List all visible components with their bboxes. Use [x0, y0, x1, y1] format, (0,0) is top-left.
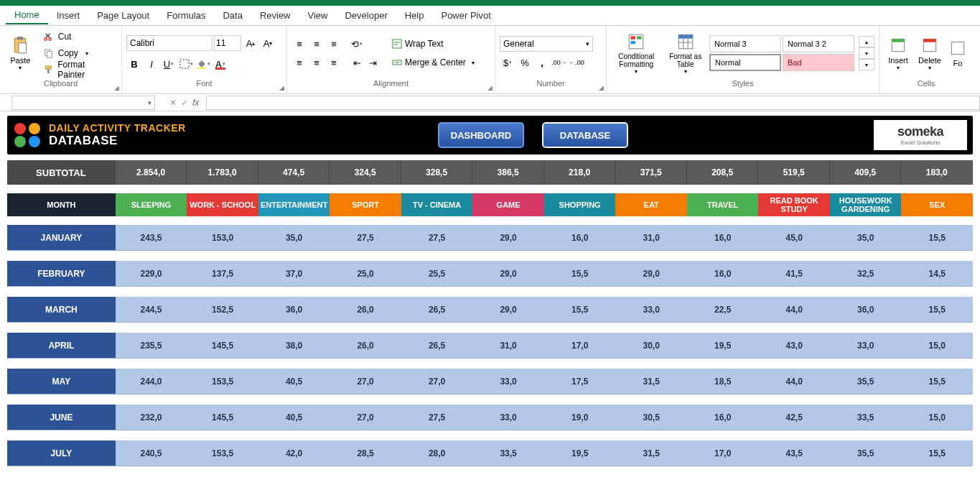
data-cell[interactable]: 33,0 — [830, 333, 902, 359]
data-cell[interactable]: 244,0 — [116, 369, 187, 394]
accounting-format-button[interactable]: $ — [500, 55, 515, 70]
data-cell[interactable]: 41,5 — [758, 261, 830, 287]
fill-color-button[interactable] — [195, 56, 211, 72]
dashboard-button[interactable]: DASHBOARD — [438, 122, 524, 148]
copy-button[interactable]: Copy▾ — [39, 46, 117, 61]
data-cell[interactable]: 33,5 — [472, 440, 544, 466]
border-button[interactable] — [178, 56, 194, 72]
data-cell[interactable]: 36,0 — [830, 297, 902, 323]
data-cell[interactable]: 29,0 — [472, 297, 544, 323]
data-cell[interactable]: 37,0 — [258, 261, 330, 287]
increase-decimal-button[interactable]: .00→ — [551, 55, 567, 70]
tab-view[interactable]: View — [299, 7, 337, 24]
delete-cells-button[interactable]: Delete▾ — [915, 29, 944, 78]
data-cell[interactable]: 19,0 — [544, 405, 616, 430]
data-cell[interactable]: 16,0 — [687, 261, 759, 287]
data-cell[interactable]: 31,5 — [615, 440, 687, 466]
data-cell[interactable]: 229,0 — [116, 261, 187, 287]
subtotal-cell[interactable]: 324,5 — [330, 160, 401, 185]
data-cell[interactable]: 27,0 — [401, 369, 473, 394]
decrease-indent-button[interactable]: ⇤ — [349, 55, 365, 70]
format-as-table-button[interactable]: Format as Table▾ — [664, 29, 706, 78]
styles-more[interactable]: ▾ — [859, 59, 874, 70]
align-bottom-button[interactable]: ≡ — [326, 36, 342, 52]
data-cell[interactable]: 15,0 — [901, 405, 973, 430]
data-cell[interactable]: 35,5 — [830, 369, 902, 394]
data-cell[interactable]: 29,0 — [615, 261, 687, 287]
data-cell[interactable]: 35,0 — [830, 225, 902, 251]
tab-data[interactable]: Data — [214, 7, 251, 24]
data-cell[interactable]: 28,5 — [330, 440, 401, 466]
tab-formulas[interactable]: Formulas — [158, 7, 214, 24]
data-cell[interactable]: 45,0 — [758, 225, 830, 251]
data-cell[interactable]: 35,5 — [830, 440, 902, 466]
increase-indent-button[interactable]: ⇥ — [365, 55, 381, 70]
data-cell[interactable]: 235,5 — [116, 333, 187, 359]
data-cell[interactable]: 15,5 — [544, 261, 616, 287]
formula-input[interactable] — [206, 96, 980, 110]
data-cell[interactable]: 42,0 — [258, 440, 330, 466]
paste-button[interactable]: Paste▾ — [4, 29, 37, 78]
align-right-button[interactable]: ≡ — [326, 55, 342, 70]
data-cell[interactable]: 27,5 — [401, 225, 473, 251]
decrease-font-button[interactable]: A▾ — [260, 35, 276, 51]
data-cell[interactable]: 14,5 — [901, 261, 973, 287]
align-top-button[interactable]: ≡ — [291, 36, 307, 52]
data-cell[interactable]: 17,0 — [544, 333, 616, 359]
data-cell[interactable]: 15,5 — [901, 297, 973, 323]
italic-button[interactable]: I — [144, 56, 159, 72]
style-normal[interactable]: Normal — [709, 54, 781, 71]
data-cell[interactable]: 232,0 — [116, 405, 187, 430]
percent-button[interactable]: % — [517, 55, 533, 70]
align-left-button[interactable]: ≡ — [291, 55, 307, 70]
clipboard-dialog-launcher[interactable]: ◢ — [114, 84, 119, 91]
data-cell[interactable]: 33,0 — [472, 369, 544, 394]
subtotal-cell[interactable]: 386,5 — [472, 160, 544, 185]
data-cell[interactable]: 145,5 — [187, 333, 258, 359]
data-cell[interactable]: 27,0 — [330, 369, 401, 394]
data-cell[interactable]: 27,5 — [401, 405, 473, 430]
style-normal32[interactable]: Normal 3 2 — [783, 35, 854, 52]
data-cell[interactable]: 31,5 — [615, 369, 687, 394]
data-cell[interactable]: 15,5 — [901, 225, 973, 251]
tab-developer[interactable]: Developer — [336, 7, 396, 24]
data-cell[interactable]: 36,0 — [258, 297, 330, 323]
format-painter-button[interactable]: Format Painter — [39, 63, 117, 78]
data-cell[interactable]: 43,5 — [758, 440, 830, 466]
data-cell[interactable]: 26,0 — [330, 297, 401, 323]
data-cell[interactable]: 33,0 — [472, 405, 544, 430]
data-cell[interactable]: 32,5 — [830, 261, 902, 287]
orientation-button[interactable]: ⟲ — [349, 36, 365, 52]
data-cell[interactable]: 243,5 — [116, 225, 187, 251]
data-cell[interactable]: 240,5 — [116, 440, 187, 466]
data-cell[interactable]: 42,5 — [758, 405, 830, 430]
style-bad[interactable]: Bad — [783, 54, 854, 71]
data-cell[interactable]: 27,0 — [330, 405, 401, 430]
database-button[interactable]: DATABASE — [542, 122, 628, 148]
subtotal-cell[interactable]: 519,5 — [758, 160, 830, 185]
data-cell[interactable]: 28,0 — [401, 440, 473, 466]
subtotal-cell[interactable]: 328,5 — [401, 160, 473, 185]
data-cell[interactable]: 137,5 — [187, 261, 258, 287]
name-box[interactable] — [11, 96, 155, 110]
font-dialog-launcher[interactable]: ◢ — [279, 84, 284, 91]
wrap-text-button[interactable]: Wrap Text — [388, 36, 479, 52]
data-cell[interactable]: 153,0 — [187, 225, 258, 251]
data-cell[interactable]: 15,5 — [544, 297, 616, 323]
data-cell[interactable]: 35,0 — [258, 225, 330, 251]
subtotal-cell[interactable]: 2.854,0 — [116, 160, 187, 185]
data-cell[interactable]: 22,5 — [687, 297, 759, 323]
data-cell[interactable]: 31,0 — [472, 333, 544, 359]
data-cell[interactable]: 38,0 — [258, 333, 330, 359]
data-cell[interactable]: 29,0 — [472, 225, 544, 251]
tab-review[interactable]: Review — [251, 7, 299, 24]
data-cell[interactable]: 44,0 — [758, 369, 830, 394]
data-cell[interactable]: 44,0 — [758, 297, 830, 323]
data-cell[interactable]: 152,5 — [187, 297, 258, 323]
fx-icon[interactable]: fx — [192, 98, 199, 108]
subtotal-cell[interactable]: 474,5 — [258, 160, 330, 185]
data-cell[interactable]: 244,5 — [116, 297, 187, 323]
bold-button[interactable]: B — [126, 56, 142, 72]
data-cell[interactable]: 26,5 — [401, 333, 473, 359]
tab-insert[interactable]: Insert — [48, 7, 89, 24]
